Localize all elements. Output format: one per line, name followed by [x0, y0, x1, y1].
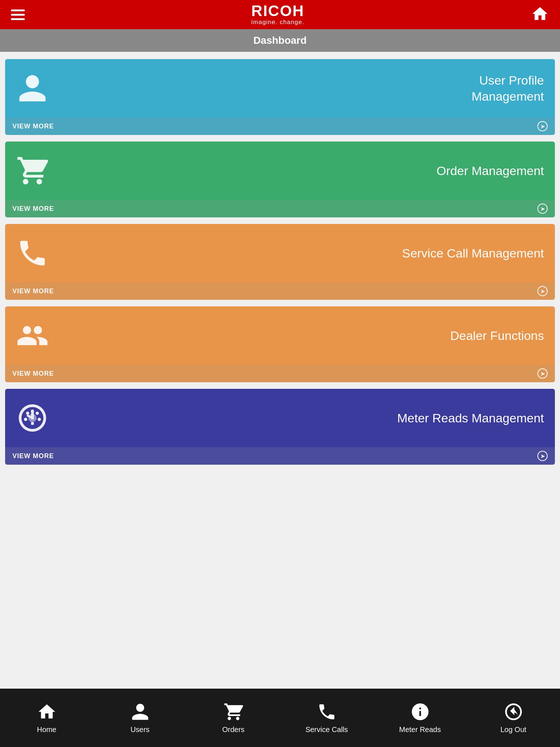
- card-body-order: Order Management: [5, 142, 555, 200]
- main-content: User ProfileManagement VIEW MORE ➤ Order…: [0, 52, 560, 689]
- card-title-order: Order Management: [436, 163, 544, 179]
- card-user-profile[interactable]: User ProfileManagement VIEW MORE ➤: [5, 59, 555, 135]
- nav-logout-icon: [503, 702, 524, 722]
- nav-item-meter-reads[interactable]: Meter Reads: [373, 702, 467, 734]
- view-more-meter: VIEW MORE: [12, 452, 54, 460]
- view-more-dealer: VIEW MORE: [12, 370, 54, 378]
- card-title-service-call: Service Call Management: [402, 245, 544, 261]
- card-body-user-profile: User ProfileManagement: [5, 59, 555, 117]
- home-icon: [531, 5, 549, 23]
- card-dealer[interactable]: Dealer Functions VIEW MORE ➤: [5, 306, 555, 382]
- nav-home-label: Home: [37, 725, 56, 734]
- view-more-user-profile: VIEW MORE: [12, 123, 54, 130]
- nav-users-icon: [130, 702, 150, 722]
- card-body-dealer: Dealer Functions: [5, 306, 555, 365]
- arrow-user-profile: ➤: [537, 121, 548, 131]
- arrow-order: ➤: [537, 204, 548, 214]
- card-order[interactable]: Order Management VIEW MORE ➤: [5, 142, 555, 217]
- card-body-meter: Meter Reads Management: [5, 389, 555, 447]
- view-more-order: VIEW MORE: [12, 205, 54, 213]
- svg-point-3: [31, 410, 34, 413]
- view-more-service-call: VIEW MORE: [12, 287, 54, 295]
- nav-service-calls-icon: [317, 702, 337, 722]
- card-title-dealer: Dealer Functions: [450, 328, 544, 344]
- user-profile-icon: [16, 72, 49, 105]
- card-footer-dealer[interactable]: VIEW MORE ➤: [5, 365, 555, 382]
- bottom-nav: Home Users Orders Service Calls Meter Re…: [0, 689, 560, 747]
- svg-point-1: [24, 418, 27, 421]
- svg-point-5: [38, 418, 41, 421]
- card-title-user-profile: User ProfileManagement: [472, 72, 544, 104]
- home-button[interactable]: [531, 5, 549, 24]
- menu-button[interactable]: [11, 9, 25, 20]
- card-footer-meter[interactable]: VIEW MORE ➤: [5, 447, 555, 465]
- svg-point-4: [36, 411, 39, 415]
- subtitle-bar: Dashboard: [0, 29, 560, 52]
- nav-meter-icon: [410, 702, 430, 722]
- brand-name: RICOH: [251, 3, 304, 19]
- card-footer-service-call[interactable]: VIEW MORE ➤: [5, 282, 555, 300]
- nav-item-home[interactable]: Home: [0, 702, 93, 734]
- nav-item-service-calls[interactable]: Service Calls: [280, 702, 373, 734]
- arrow-dealer: ➤: [537, 368, 548, 379]
- card-footer-order[interactable]: VIEW MORE ➤: [5, 200, 555, 217]
- nav-orders-label: Orders: [222, 725, 244, 734]
- nav-meter-reads-label: Meter Reads: [399, 725, 441, 734]
- svg-point-2: [26, 411, 29, 415]
- nav-item-users[interactable]: Users: [93, 702, 187, 734]
- order-icon: [16, 154, 49, 187]
- top-bar: RICOH imagine. change.: [0, 0, 560, 29]
- nav-logout-label: Log Out: [500, 725, 526, 734]
- nav-home-icon: [37, 702, 57, 722]
- arrow-meter: ➤: [537, 451, 548, 461]
- page-title: Dashboard: [253, 35, 307, 46]
- brand-tagline: imagine. change.: [251, 19, 304, 26]
- service-call-icon: [16, 237, 49, 270]
- nav-item-logout[interactable]: Log Out: [467, 702, 560, 734]
- arrow-service-call: ➤: [537, 286, 548, 296]
- card-footer-user-profile[interactable]: VIEW MORE ➤: [5, 117, 555, 135]
- nav-service-calls-label: Service Calls: [306, 725, 348, 734]
- logo: RICOH imagine. change.: [251, 3, 304, 26]
- card-meter[interactable]: Meter Reads Management VIEW MORE ➤: [5, 389, 555, 465]
- card-service-call[interactable]: Service Call Management VIEW MORE ➤: [5, 224, 555, 300]
- card-body-service-call: Service Call Management: [5, 224, 555, 282]
- meter-icon: [16, 402, 49, 434]
- nav-item-orders[interactable]: Orders: [187, 702, 280, 734]
- dealer-icon: [16, 319, 49, 352]
- card-title-meter: Meter Reads Management: [397, 410, 544, 426]
- nav-orders-icon: [223, 702, 244, 722]
- nav-users-label: Users: [131, 725, 149, 734]
